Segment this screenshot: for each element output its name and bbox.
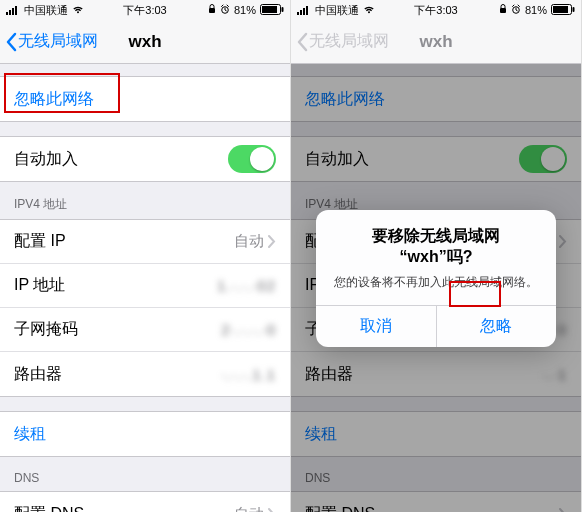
ip-address-value: 1.·.·.·02 xyxy=(217,277,276,294)
svg-rect-16 xyxy=(553,6,568,13)
forget-network-alert: 要移除无线局域网 “wxh”吗? 您的设备将不再加入此无线局域网络。 取消 忽略 xyxy=(316,210,556,347)
svg-rect-4 xyxy=(209,8,215,13)
dns-header: DNS xyxy=(0,457,290,491)
ipv4-header: IPV4 地址 xyxy=(0,182,290,219)
alarm-icon xyxy=(220,4,230,16)
lock-icon xyxy=(499,4,507,16)
configure-dns-row[interactable]: 配置 DNS 自动 xyxy=(0,492,290,512)
svg-rect-2 xyxy=(12,8,14,15)
svg-rect-3 xyxy=(15,6,17,15)
configure-dns-value: 自动 xyxy=(234,505,264,513)
subnet-mask-value: 2·.·.·.·0 xyxy=(221,321,276,338)
screenshot-right: 中国联通 下午3:03 81% 无线局域网 wxh 忽略此网络 自动加入 xyxy=(291,0,582,512)
configure-ip-value: 自动 xyxy=(234,232,264,251)
status-bar: 中国联通 下午3:03 81% xyxy=(291,0,581,20)
battery-icon xyxy=(260,4,284,17)
chevron-right-icon xyxy=(268,235,276,248)
signal-icon xyxy=(6,5,20,15)
carrier-label: 中国联通 xyxy=(24,3,68,18)
svg-rect-0 xyxy=(6,12,8,15)
status-bar: 中国联通 下午3:03 81% xyxy=(0,0,290,20)
settings-content: 忽略此网络 自动加入 IPV4 地址 配置 IP 自动 IP 地址 1.·.·.… xyxy=(0,76,290,512)
alert-title-line2: “wxh”吗? xyxy=(400,248,473,265)
configure-ip-row[interactable]: 配置 IP 自动 xyxy=(0,220,290,264)
router-row: 路由器 ·.·.·.1.1 xyxy=(0,352,290,396)
back-button: 无线局域网 xyxy=(291,31,389,52)
svg-rect-1 xyxy=(9,10,11,15)
alarm-icon xyxy=(511,4,521,16)
lock-icon xyxy=(208,4,216,16)
carrier-label: 中国联通 xyxy=(315,3,359,18)
svg-rect-12 xyxy=(306,6,308,15)
battery-icon xyxy=(551,4,575,17)
back-button[interactable]: 无线局域网 xyxy=(0,31,98,52)
screenshot-left: 中国联通 下午3:03 81% 无线局域网 wxh 忽略此网络 xyxy=(0,0,291,512)
svg-rect-17 xyxy=(573,7,575,12)
subnet-mask-row: 子网掩码 2·.·.·.·0 xyxy=(0,308,290,352)
nav-bar: 无线局域网 wxh xyxy=(291,20,581,64)
router-label: 路由器 xyxy=(14,364,62,385)
svg-rect-8 xyxy=(282,7,284,12)
alert-message: 您的设备将不再加入此无线局域网络。 xyxy=(330,274,542,291)
svg-rect-11 xyxy=(303,8,305,15)
chevron-right-icon xyxy=(268,508,276,513)
ip-address-label: IP 地址 xyxy=(14,275,65,296)
battery-label: 81% xyxy=(234,4,256,16)
alert-cancel-button[interactable]: 取消 xyxy=(316,306,436,347)
alert-title-line1: 要移除无线局域网 xyxy=(372,227,500,244)
auto-join-row[interactable]: 自动加入 xyxy=(0,137,290,181)
alert-confirm-button[interactable]: 忽略 xyxy=(436,306,557,347)
svg-rect-10 xyxy=(300,10,302,15)
svg-rect-9 xyxy=(297,12,299,15)
chevron-left-icon xyxy=(6,32,18,52)
renew-lease-row[interactable]: 续租 xyxy=(0,412,290,456)
subnet-mask-label: 子网掩码 xyxy=(14,319,78,340)
svg-rect-13 xyxy=(500,8,506,13)
auto-join-toggle[interactable] xyxy=(228,145,276,173)
ip-address-row: IP 地址 1.·.·.·02 xyxy=(0,264,290,308)
router-value: ·.·.·.1.1 xyxy=(221,366,276,383)
svg-rect-7 xyxy=(262,6,277,13)
chevron-left-icon xyxy=(297,32,309,52)
battery-label: 81% xyxy=(525,4,547,16)
forget-network-row[interactable]: 忽略此网络 xyxy=(0,77,290,121)
back-label: 无线局域网 xyxy=(18,31,98,52)
renew-lease-label: 续租 xyxy=(14,424,46,445)
wifi-icon xyxy=(363,5,375,16)
nav-bar: 无线局域网 wxh xyxy=(0,20,290,64)
signal-icon xyxy=(297,5,311,15)
forget-network-label: 忽略此网络 xyxy=(14,89,94,110)
wifi-icon xyxy=(72,5,84,16)
configure-dns-label: 配置 DNS xyxy=(14,504,84,513)
back-label: 无线局域网 xyxy=(309,31,389,52)
configure-ip-label: 配置 IP xyxy=(14,231,66,252)
auto-join-label: 自动加入 xyxy=(14,149,78,170)
